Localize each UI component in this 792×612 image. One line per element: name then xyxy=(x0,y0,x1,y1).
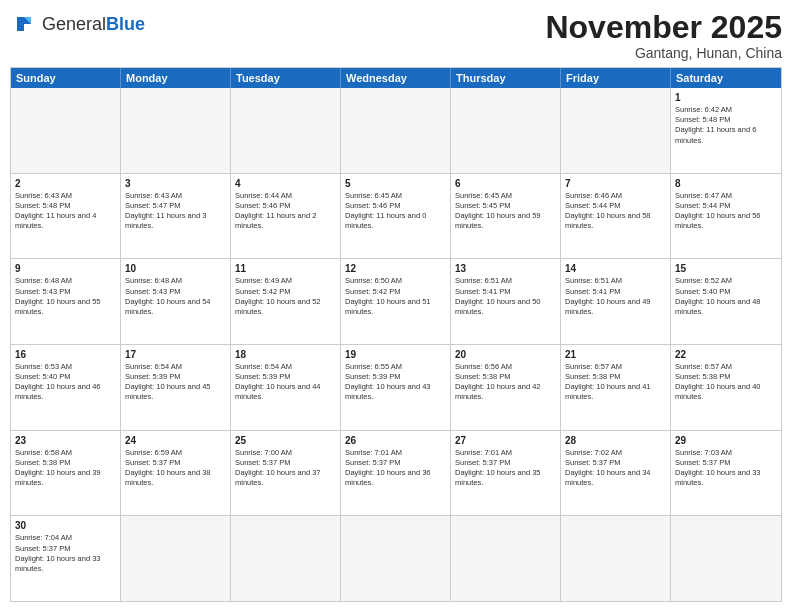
day-number-28: 28 xyxy=(565,434,666,447)
cal-cell-r0-c0 xyxy=(11,88,121,173)
cal-cell-r3-c0: 16Sunrise: 6:53 AM Sunset: 5:40 PM Dayli… xyxy=(11,345,121,430)
day-number-4: 4 xyxy=(235,177,336,190)
day-number-19: 19 xyxy=(345,348,446,361)
calendar-row-5: 30Sunrise: 7:04 AM Sunset: 5:37 PM Dayli… xyxy=(11,516,781,601)
cal-cell-r5-c6 xyxy=(671,516,781,601)
cal-cell-r1-c0: 2Sunrise: 6:43 AM Sunset: 5:48 PM Daylig… xyxy=(11,174,121,259)
header-sunday: Sunday xyxy=(11,68,121,88)
cal-cell-r0-c4 xyxy=(451,88,561,173)
cell-text-23: Sunrise: 6:58 AM Sunset: 5:38 PM Dayligh… xyxy=(15,448,116,489)
calendar-body: 1Sunrise: 6:42 AM Sunset: 5:48 PM Daylig… xyxy=(11,88,781,601)
cell-text-19: Sunrise: 6:55 AM Sunset: 5:39 PM Dayligh… xyxy=(345,362,446,403)
cell-text-26: Sunrise: 7:01 AM Sunset: 5:37 PM Dayligh… xyxy=(345,448,446,489)
cell-text-25: Sunrise: 7:00 AM Sunset: 5:37 PM Dayligh… xyxy=(235,448,336,489)
calendar-row-1: 2Sunrise: 6:43 AM Sunset: 5:48 PM Daylig… xyxy=(11,174,781,260)
cal-cell-r4-c1: 24Sunrise: 6:59 AM Sunset: 5:37 PM Dayli… xyxy=(121,431,231,516)
day-number-20: 20 xyxy=(455,348,556,361)
logo-general-text: General xyxy=(42,14,106,34)
cal-cell-r2-c5: 14Sunrise: 6:51 AM Sunset: 5:41 PM Dayli… xyxy=(561,259,671,344)
header-wednesday: Wednesday xyxy=(341,68,451,88)
calendar-header: Sunday Monday Tuesday Wednesday Thursday… xyxy=(11,68,781,88)
cal-cell-r2-c0: 9Sunrise: 6:48 AM Sunset: 5:43 PM Daylig… xyxy=(11,259,121,344)
day-number-12: 12 xyxy=(345,262,446,275)
header-saturday: Saturday xyxy=(671,68,781,88)
cal-cell-r3-c3: 19Sunrise: 6:55 AM Sunset: 5:39 PM Dayli… xyxy=(341,345,451,430)
day-number-14: 14 xyxy=(565,262,666,275)
cal-cell-r0-c5 xyxy=(561,88,671,173)
day-number-25: 25 xyxy=(235,434,336,447)
cal-cell-r2-c3: 12Sunrise: 6:50 AM Sunset: 5:42 PM Dayli… xyxy=(341,259,451,344)
cal-cell-r2-c4: 13Sunrise: 6:51 AM Sunset: 5:41 PM Dayli… xyxy=(451,259,561,344)
cal-cell-r3-c1: 17Sunrise: 6:54 AM Sunset: 5:39 PM Dayli… xyxy=(121,345,231,430)
cal-cell-r3-c5: 21Sunrise: 6:57 AM Sunset: 5:38 PM Dayli… xyxy=(561,345,671,430)
logo: GeneralBlue xyxy=(10,10,145,38)
cal-cell-r4-c3: 26Sunrise: 7:01 AM Sunset: 5:37 PM Dayli… xyxy=(341,431,451,516)
cal-cell-r5-c3 xyxy=(341,516,451,601)
day-number-23: 23 xyxy=(15,434,116,447)
cal-cell-r0-c2 xyxy=(231,88,341,173)
day-number-11: 11 xyxy=(235,262,336,275)
cell-text-22: Sunrise: 6:57 AM Sunset: 5:38 PM Dayligh… xyxy=(675,362,777,403)
cell-text-4: Sunrise: 6:44 AM Sunset: 5:46 PM Dayligh… xyxy=(235,191,336,232)
day-number-5: 5 xyxy=(345,177,446,190)
cell-text-16: Sunrise: 6:53 AM Sunset: 5:40 PM Dayligh… xyxy=(15,362,116,403)
page: GeneralBlue November 2025 Gantang, Hunan… xyxy=(0,0,792,612)
header-thursday: Thursday xyxy=(451,68,561,88)
cal-cell-r0-c6: 1Sunrise: 6:42 AM Sunset: 5:48 PM Daylig… xyxy=(671,88,781,173)
cell-text-12: Sunrise: 6:50 AM Sunset: 5:42 PM Dayligh… xyxy=(345,276,446,317)
day-number-16: 16 xyxy=(15,348,116,361)
cell-text-15: Sunrise: 6:52 AM Sunset: 5:40 PM Dayligh… xyxy=(675,276,777,317)
cal-cell-r1-c4: 6Sunrise: 6:45 AM Sunset: 5:45 PM Daylig… xyxy=(451,174,561,259)
day-number-1: 1 xyxy=(675,91,777,104)
cal-cell-r5-c0: 30Sunrise: 7:04 AM Sunset: 5:37 PM Dayli… xyxy=(11,516,121,601)
cal-cell-r4-c2: 25Sunrise: 7:00 AM Sunset: 5:37 PM Dayli… xyxy=(231,431,341,516)
cal-cell-r1-c3: 5Sunrise: 6:45 AM Sunset: 5:46 PM Daylig… xyxy=(341,174,451,259)
logo-icon xyxy=(10,10,38,38)
cell-text-9: Sunrise: 6:48 AM Sunset: 5:43 PM Dayligh… xyxy=(15,276,116,317)
header-tuesday: Tuesday xyxy=(231,68,341,88)
cal-cell-r0-c1 xyxy=(121,88,231,173)
header: GeneralBlue November 2025 Gantang, Hunan… xyxy=(10,10,782,61)
day-number-18: 18 xyxy=(235,348,336,361)
day-number-3: 3 xyxy=(125,177,226,190)
cell-text-30: Sunrise: 7:04 AM Sunset: 5:37 PM Dayligh… xyxy=(15,533,116,574)
calendar: Sunday Monday Tuesday Wednesday Thursday… xyxy=(10,67,782,602)
cell-text-18: Sunrise: 6:54 AM Sunset: 5:39 PM Dayligh… xyxy=(235,362,336,403)
day-number-27: 27 xyxy=(455,434,556,447)
cal-cell-r2-c2: 11Sunrise: 6:49 AM Sunset: 5:42 PM Dayli… xyxy=(231,259,341,344)
cal-cell-r4-c6: 29Sunrise: 7:03 AM Sunset: 5:37 PM Dayli… xyxy=(671,431,781,516)
cell-text-3: Sunrise: 6:43 AM Sunset: 5:47 PM Dayligh… xyxy=(125,191,226,232)
cell-text-13: Sunrise: 6:51 AM Sunset: 5:41 PM Dayligh… xyxy=(455,276,556,317)
cal-cell-r5-c2 xyxy=(231,516,341,601)
cell-text-17: Sunrise: 6:54 AM Sunset: 5:39 PM Dayligh… xyxy=(125,362,226,403)
cal-cell-r4-c5: 28Sunrise: 7:02 AM Sunset: 5:37 PM Dayli… xyxy=(561,431,671,516)
cal-cell-r1-c2: 4Sunrise: 6:44 AM Sunset: 5:46 PM Daylig… xyxy=(231,174,341,259)
cal-cell-r5-c5 xyxy=(561,516,671,601)
cal-cell-r3-c4: 20Sunrise: 6:56 AM Sunset: 5:38 PM Dayli… xyxy=(451,345,561,430)
day-number-24: 24 xyxy=(125,434,226,447)
cell-text-7: Sunrise: 6:46 AM Sunset: 5:44 PM Dayligh… xyxy=(565,191,666,232)
cell-text-10: Sunrise: 6:48 AM Sunset: 5:43 PM Dayligh… xyxy=(125,276,226,317)
logo-blue-text: Blue xyxy=(106,14,145,34)
cal-cell-r2-c6: 15Sunrise: 6:52 AM Sunset: 5:40 PM Dayli… xyxy=(671,259,781,344)
logo-text: GeneralBlue xyxy=(42,14,145,35)
calendar-row-0: 1Sunrise: 6:42 AM Sunset: 5:48 PM Daylig… xyxy=(11,88,781,174)
day-number-30: 30 xyxy=(15,519,116,532)
title-block: November 2025 Gantang, Hunan, China xyxy=(545,10,782,61)
cell-text-14: Sunrise: 6:51 AM Sunset: 5:41 PM Dayligh… xyxy=(565,276,666,317)
month-title: November 2025 xyxy=(545,10,782,45)
cell-text-27: Sunrise: 7:01 AM Sunset: 5:37 PM Dayligh… xyxy=(455,448,556,489)
day-number-8: 8 xyxy=(675,177,777,190)
cal-cell-r4-c0: 23Sunrise: 6:58 AM Sunset: 5:38 PM Dayli… xyxy=(11,431,121,516)
day-number-22: 22 xyxy=(675,348,777,361)
cell-text-1: Sunrise: 6:42 AM Sunset: 5:48 PM Dayligh… xyxy=(675,105,777,146)
day-number-7: 7 xyxy=(565,177,666,190)
day-number-2: 2 xyxy=(15,177,116,190)
cal-cell-r3-c6: 22Sunrise: 6:57 AM Sunset: 5:38 PM Dayli… xyxy=(671,345,781,430)
calendar-row-3: 16Sunrise: 6:53 AM Sunset: 5:40 PM Dayli… xyxy=(11,345,781,431)
cell-text-5: Sunrise: 6:45 AM Sunset: 5:46 PM Dayligh… xyxy=(345,191,446,232)
cal-cell-r1-c5: 7Sunrise: 6:46 AM Sunset: 5:44 PM Daylig… xyxy=(561,174,671,259)
cal-cell-r1-c1: 3Sunrise: 6:43 AM Sunset: 5:47 PM Daylig… xyxy=(121,174,231,259)
cal-cell-r5-c1 xyxy=(121,516,231,601)
day-number-10: 10 xyxy=(125,262,226,275)
